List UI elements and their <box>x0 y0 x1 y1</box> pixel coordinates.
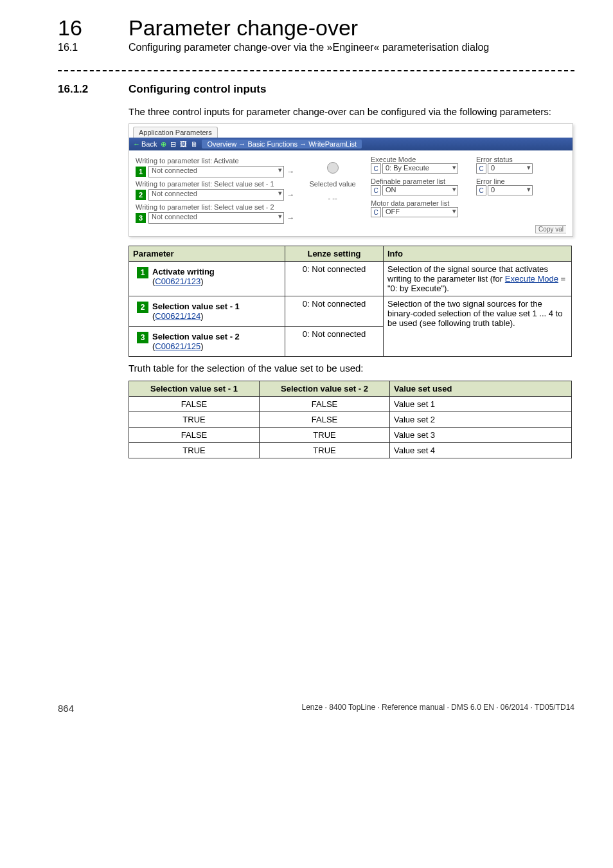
left-label-sel2: Writing to parameter list: Select value … <box>136 203 294 211</box>
motor-data-label: Motor data parameter list <box>371 199 461 207</box>
app-tab-row: Application Parameters <box>129 124 573 138</box>
image-button[interactable]: 🖼 <box>180 140 187 148</box>
collapse-icon: ⊟ <box>170 140 176 149</box>
row-badge: 1 <box>137 267 148 278</box>
truth-header-3: Value set used <box>390 381 572 396</box>
intro-text: The three control inputs for parameter c… <box>129 105 574 118</box>
motor-row: Motor data parameter list C OFF <box>371 199 566 217</box>
page-footer: 864 Lenze · 8400 TopLine · Reference man… <box>58 703 574 714</box>
select-value-2-dropdown[interactable]: Not connected <box>148 212 284 224</box>
app-tab-application-parameters[interactable]: Application Parameters <box>133 127 218 138</box>
param-header-info: Info <box>384 246 572 262</box>
right-column: Execute Mode C 0: By Execute Error statu… <box>371 156 566 224</box>
page-icon-toolbar: 🗎 <box>191 140 198 148</box>
truth-cell: FALSE <box>260 411 390 427</box>
error-status-label: Error status <box>476 156 566 163</box>
input-row-3: 3 Not connected → <box>136 212 294 224</box>
execute-mode-label: Execute Mode <box>371 156 461 163</box>
c-button-execute[interactable]: C <box>371 163 381 174</box>
chapter-heading: 16 Parameter change-over <box>58 15 574 41</box>
param-info: Selection of the signal source that acti… <box>384 262 572 296</box>
picture-icon: 🖼 <box>180 140 187 148</box>
c-button-motor[interactable]: C <box>371 207 381 217</box>
section-heading: 16.1.2 Configuring control inputs <box>58 83 574 96</box>
execute-mode-link[interactable]: Execute Mode <box>505 274 558 284</box>
param-code-link[interactable]: C00621/125 <box>155 341 200 351</box>
chapter-title: Parameter change-over <box>129 15 358 41</box>
execute-mode-row: Execute Mode C 0: By Execute Error statu… <box>371 156 566 174</box>
back-label: Back <box>141 140 157 148</box>
definable-row: Definable parameter list C ON Error line… <box>371 177 566 195</box>
param-setting: 0: Not connected <box>285 296 384 327</box>
badge-2: 2 <box>136 190 146 200</box>
page: 16 Parameter change-over 16.1 Configurin… <box>0 0 613 752</box>
truth-table: Selection value set - 1 Selection value … <box>129 381 572 458</box>
badge-1: 1 <box>136 167 146 177</box>
truth-cell: FALSE <box>129 427 260 442</box>
truth-cell: Value set 1 <box>390 396 572 411</box>
param-name: Selection value set - 2 <box>152 332 240 341</box>
truth-cell: Value set 3 <box>390 427 572 442</box>
copy-stub: Copy val <box>129 225 573 236</box>
truth-header-2: Selection value set - 2 <box>260 381 390 396</box>
error-line-label: Error line <box>476 177 566 185</box>
copy-value-button[interactable]: Copy val <box>535 225 566 233</box>
param-header-parameter: Parameter <box>129 246 285 262</box>
param-info: Selection of the two signal sources for … <box>384 296 572 357</box>
motor-data-dropdown[interactable]: OFF <box>382 207 458 217</box>
arrow-left-icon: ← <box>133 140 140 148</box>
section-title: Configuring control inputs <box>129 83 266 96</box>
breadcrumb-path[interactable]: Overview → Basic Functions → WriteParamL… <box>202 140 362 149</box>
doc-button[interactable]: 🗎 <box>191 140 198 148</box>
error-status-field[interactable]: 0 <box>488 163 533 174</box>
truth-cell: TRUE <box>129 411 260 427</box>
table-row: FALSE TRUE Value set 3 <box>129 427 572 442</box>
selected-value-display: - -- <box>328 194 337 202</box>
page-number: 864 <box>58 703 74 714</box>
param-header-lenze: Lenze setting <box>285 246 384 262</box>
c-button-definable[interactable]: C <box>371 185 381 195</box>
truth-cell: Value set 4 <box>390 442 572 458</box>
truth-cell: FALSE <box>260 396 390 411</box>
divider <box>58 70 574 71</box>
definable-dropdown[interactable]: ON <box>382 185 458 195</box>
error-line-field[interactable]: 0 <box>488 185 533 195</box>
truth-cell: FALSE <box>129 396 260 411</box>
truth-caption: Truth table for the selection of the val… <box>129 362 574 375</box>
param-name: Selection value set - 1 <box>152 302 240 311</box>
table-row: 2 Selection value set - 1 (C00621/124) 0… <box>129 296 572 327</box>
parameter-table: Parameter Lenze setting Info 1 Activate … <box>129 246 572 357</box>
status-led-icon <box>327 162 339 174</box>
left-label-sel1: Writing to parameter list: Select value … <box>136 180 294 188</box>
param-code-link[interactable]: C00621/123 <box>155 276 200 286</box>
table-row: FALSE FALSE Value set 1 <box>129 396 572 411</box>
c-button-status[interactable]: C <box>476 163 486 174</box>
execute-mode-dropdown[interactable]: 0: By Execute <box>382 163 458 174</box>
activate-dropdown[interactable]: Not connected <box>148 166 284 177</box>
subsection-number: 16.1 <box>58 42 129 53</box>
left-column: Writing to parameter list: Activate 1 No… <box>136 156 294 224</box>
param-header-row: Parameter Lenze setting Info <box>129 246 572 262</box>
definable-label: Definable parameter list <box>371 177 461 185</box>
param-code-link[interactable]: C00621/124 <box>155 311 200 321</box>
select-value-1-dropdown[interactable]: Not connected <box>148 189 284 201</box>
subsection-heading: 16.1 Configuring parameter change-over v… <box>58 42 574 53</box>
row-badge: 3 <box>137 332 148 343</box>
expand-button[interactable]: ⊕ <box>161 140 166 149</box>
truth-cell: Value set 2 <box>390 411 572 427</box>
section-number: 16.1.2 <box>58 83 129 96</box>
back-button[interactable]: ← Back <box>133 140 157 148</box>
engineer-screenshot: Application Parameters ← Back ⊕ ⊟ 🖼 🗎 Ov… <box>129 123 573 237</box>
param-name: Activate writing <box>152 267 215 276</box>
mid-column: Selected value - -- <box>301 156 364 224</box>
collapse-button[interactable]: ⊟ <box>170 140 176 149</box>
left-label-activate: Writing to parameter list: Activate <box>136 157 294 165</box>
row-badge: 2 <box>137 302 148 313</box>
arrow-right-icon: → <box>287 213 294 222</box>
truth-cell: TRUE <box>260 427 390 442</box>
c-button-line[interactable]: C <box>476 185 486 195</box>
arrow-right-icon: → <box>287 190 294 199</box>
footer-text: Lenze · 8400 TopLine · Reference manual … <box>302 703 574 714</box>
chapter-number: 16 <box>58 15 129 41</box>
truth-header-row: Selection value set - 1 Selection value … <box>129 381 572 396</box>
